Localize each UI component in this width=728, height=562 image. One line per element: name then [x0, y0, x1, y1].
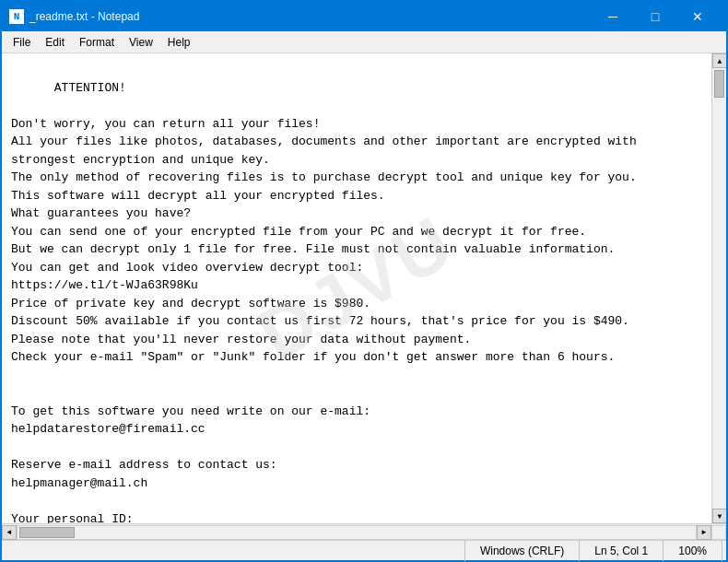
menu-format[interactable]: Format: [72, 34, 122, 51]
vertical-scrollbar[interactable]: ▲ ▼: [711, 53, 726, 523]
window-title: _readme.txt - Notepad: [29, 10, 592, 23]
scroll-down-button[interactable]: ▼: [712, 509, 726, 523]
menu-file[interactable]: File: [6, 34, 38, 51]
status-encoding: Windows (CRLF): [464, 541, 579, 561]
scroll-track-h[interactable]: [17, 525, 697, 540]
status-position: Ln 5, Col 1: [579, 541, 663, 561]
scroll-left-button[interactable]: ◄: [2, 525, 17, 540]
status-sections: Windows (CRLF) Ln 5, Col 1 100%: [464, 541, 722, 561]
menu-help[interactable]: Help: [160, 34, 198, 51]
editor-content: ATTENTION! Don't worry, you can return a…: [11, 81, 637, 524]
notepad-window: N _readme.txt - Notepad ─ □ ✕ File Edit …: [0, 0, 728, 562]
content-area: ATTENTION! Don't worry, you can return a…: [2, 53, 726, 523]
menu-view[interactable]: View: [122, 34, 160, 51]
window-controls: ─ □ ✕: [592, 2, 719, 31]
title-bar: N _readme.txt - Notepad ─ □ ✕: [2, 2, 726, 31]
text-editor[interactable]: ATTENTION! Don't worry, you can return a…: [2, 53, 711, 523]
scroll-thumb-v[interactable]: [714, 70, 724, 98]
scroll-up-button[interactable]: ▲: [712, 53, 726, 68]
status-bar: Windows (CRLF) Ln 5, Col 1 100%: [2, 540, 726, 560]
scroll-track-v[interactable]: [712, 68, 726, 509]
status-zoom: 100%: [663, 541, 722, 561]
app-icon: N: [9, 9, 24, 24]
menu-edit[interactable]: Edit: [38, 34, 72, 51]
scroll-thumb-h[interactable]: [19, 527, 75, 538]
minimize-button[interactable]: ─: [592, 2, 634, 31]
menu-bar: File Edit Format View Help: [2, 31, 726, 53]
maximize-button[interactable]: □: [634, 2, 676, 31]
scrollbar-corner: [711, 525, 726, 540]
close-button[interactable]: ✕: [676, 2, 719, 31]
horizontal-scrollbar[interactable]: ◄ ►: [2, 523, 726, 540]
scroll-right-button[interactable]: ►: [697, 525, 711, 540]
